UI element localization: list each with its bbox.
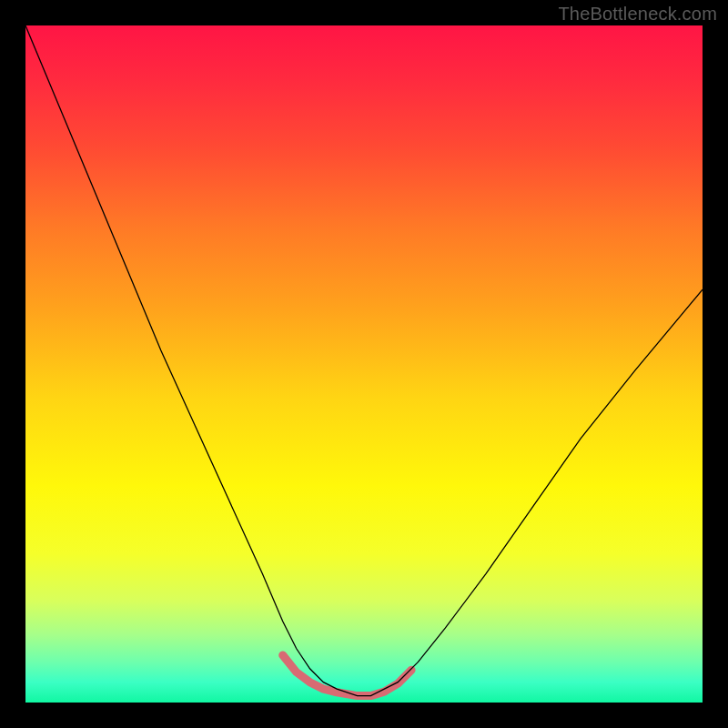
optimal-band-series xyxy=(283,655,411,696)
chart-frame: TheBottleneck.com xyxy=(0,0,728,728)
attribution-label: TheBottleneck.com xyxy=(558,4,717,25)
chart-curves xyxy=(25,25,703,703)
bottleneck-curve-series xyxy=(25,25,703,696)
plot-area xyxy=(25,25,703,703)
